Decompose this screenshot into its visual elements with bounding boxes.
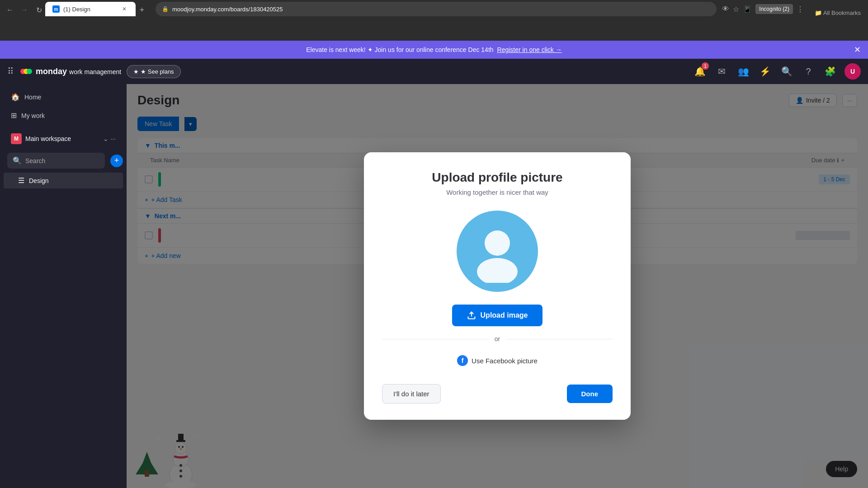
facebook-label: Use Facebook picture — [472, 357, 538, 365]
star-icon[interactable]: ☆ — [733, 5, 739, 14]
announcement-banner: Elevate is next week! ✦ Join us for our … — [0, 41, 868, 59]
facebook-icon: f — [457, 355, 468, 366]
browser-actions: 👁 ☆ 📱 Incognito (2) ⋮ — [722, 4, 804, 14]
tab-bar: ← → ↻ m (1) Design ✕ + 🔒 moodjoy.monday.… — [0, 0, 868, 16]
people-button[interactable]: 👥 — [736, 64, 750, 79]
svg-point-22 — [477, 258, 518, 283]
forward-button[interactable]: → — [18, 4, 31, 16]
app-container: Elevate is next week! ✦ Join us for our … — [0, 41, 868, 488]
top-navigation: ⠿ monday work management ★ ★ See plans 🔔… — [0, 59, 868, 84]
apps-icon: ⚡ — [760, 66, 771, 77]
see-plans-button[interactable]: ★ ★ See plans — [127, 65, 180, 78]
upload-btn-label: Upload image — [481, 311, 528, 319]
home-icon: 🏠 — [11, 93, 20, 101]
search-icon: 🔍 — [13, 156, 22, 165]
new-tab-button[interactable]: + — [136, 4, 148, 16]
see-plans-label: ★ See plans — [141, 68, 174, 75]
sidebar-item-design[interactable]: ☰ Design — [4, 173, 123, 188]
menu-icon[interactable]: ⋮ — [797, 5, 804, 14]
search-field[interactable]: 🔍 Search — [7, 153, 105, 169]
workspace-label: Main workspace — [25, 135, 99, 142]
logo-icon — [19, 65, 33, 78]
apps-button[interactable]: ⚡ — [758, 64, 772, 79]
svg-point-21 — [485, 230, 510, 256]
logo-text: monday work management — [36, 67, 121, 76]
browser-chrome: ← → ↻ m (1) Design ✕ + 🔒 moodjoy.monday.… — [0, 0, 868, 41]
done-button[interactable]: Done — [567, 385, 613, 403]
question-icon: ? — [806, 66, 811, 77]
design-label: Design — [29, 177, 49, 184]
notifications-button[interactable]: 🔔 1 — [693, 64, 707, 79]
or-divider: or — [382, 335, 613, 343]
workspace-actions: ⌄ ··· — [103, 135, 116, 142]
reload-button[interactable]: ↻ — [33, 4, 45, 16]
add-new-board-button[interactable]: + — [110, 155, 123, 167]
banner-text: Elevate is next week! ✦ Join us for our … — [306, 46, 493, 53]
nav-icons: 🔔 1 ✉ 👥 ⚡ 🔍 ? 🧩 U — [693, 63, 861, 80]
phone-icon[interactable]: 📱 — [743, 5, 752, 14]
banner-register-link[interactable]: Register in one click → — [497, 46, 562, 53]
people-icon: 👥 — [738, 66, 749, 77]
main-content: 🏠 Home ⊞ My work M Main workspace ⌄ ··· … — [0, 84, 868, 488]
sidebar-my-work-label: My work — [21, 112, 45, 119]
search-button[interactable]: 🔍 — [779, 64, 794, 79]
page-area: Design 👤 Invite / 2 ··· New Task ▾ — [127, 84, 868, 488]
sidebar-home-label: Home — [24, 94, 41, 101]
upload-icon — [467, 311, 476, 320]
browser-tab[interactable]: m (1) Design ✕ — [45, 2, 136, 16]
tab-close-button[interactable]: ✕ — [120, 5, 128, 13]
search-placeholder: Search — [25, 157, 45, 164]
workspace-icon: M — [11, 133, 22, 144]
help-nav-button[interactable]: ? — [801, 64, 816, 79]
tab-label: (1) Design — [63, 6, 90, 13]
address-bar[interactable]: 🔒 moodjoy.monday.com/boards/1830420525 — [156, 2, 717, 16]
chevron-down-icon[interactable]: ⌄ — [103, 135, 108, 142]
integrations-button[interactable]: 🧩 — [823, 64, 837, 79]
upload-image-button[interactable]: Upload image — [452, 305, 542, 326]
banner-close-button[interactable]: ✕ — [854, 45, 861, 55]
sidebar: 🏠 Home ⊞ My work M Main workspace ⌄ ··· … — [0, 84, 127, 488]
svg-point-2 — [27, 69, 32, 74]
sidebar-item-home[interactable]: 🏠 Home — [4, 88, 123, 106]
upload-profile-modal: Upload profile picture Working together … — [364, 152, 631, 420]
search-icon: 🔍 — [781, 66, 793, 77]
grid-menu-icon[interactable]: ⠿ — [7, 66, 14, 77]
modal-overlay: Upload profile picture Working together … — [127, 84, 868, 488]
avatar-preview — [457, 211, 538, 292]
more-icon[interactable]: ··· — [110, 135, 116, 142]
sidebar-item-my-work[interactable]: ⊞ My work — [4, 107, 123, 124]
divider-left — [382, 339, 489, 339]
skip-button[interactable]: I'll do it later — [382, 384, 441, 404]
or-text: or — [495, 335, 500, 343]
bookmarks-button[interactable]: 📁 All Bookmarks — [811, 9, 864, 16]
default-avatar-icon — [466, 220, 529, 283]
star-icon: ★ — [133, 68, 139, 75]
board-icon: ☰ — [18, 176, 24, 185]
modal-footer: I'll do it later Done — [382, 384, 613, 404]
user-avatar[interactable]: U — [844, 63, 861, 80]
puzzle-icon: 🧩 — [825, 66, 836, 77]
workspace-section[interactable]: M Main workspace ⌄ ··· — [4, 129, 123, 149]
tab-favicon: m — [52, 5, 60, 13]
work-icon: ⊞ — [11, 111, 17, 120]
modal-subtitle: Working together is nicer that way — [382, 188, 613, 196]
notification-badge: 1 — [702, 62, 709, 70]
modal-title: Upload profile picture — [382, 170, 613, 185]
eye-strikethrough-icon: 👁 — [722, 5, 729, 13]
sidebar-nav-row: 🔍 Search + — [0, 149, 127, 172]
back-button[interactable]: ← — [4, 4, 16, 16]
facebook-picture-button[interactable]: f Use Facebook picture — [453, 352, 541, 370]
logo: monday work management — [19, 65, 121, 78]
url-text: moodjoy.monday.com/boards/1830420525 — [172, 6, 283, 13]
inbox-icon: ✉ — [718, 66, 726, 77]
incognito-button[interactable]: Incognito (2) — [755, 4, 793, 14]
divider-right — [505, 339, 613, 339]
inbox-button[interactable]: ✉ — [714, 64, 729, 79]
